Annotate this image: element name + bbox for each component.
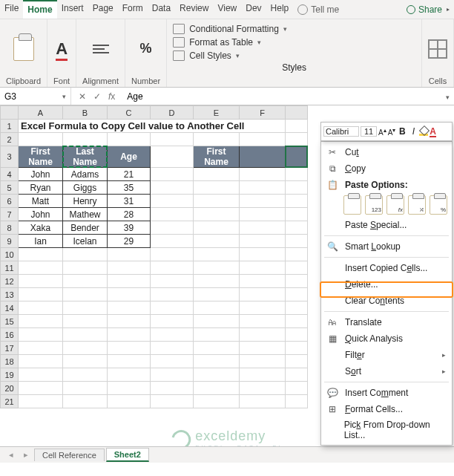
title-cell[interactable]: Excel Formula to Copy Cell value to Anot… (19, 120, 286, 133)
tab-home[interactable]: Home (23, 0, 56, 19)
cell-B5[interactable]: Giggs (63, 181, 108, 195)
tab-data[interactable]: Data (148, 0, 175, 19)
ctx-sort[interactable]: Sort▸ (321, 363, 452, 379)
cell-B9[interactable]: Icelan (63, 235, 108, 248)
cell-A4[interactable]: John (19, 168, 63, 181)
sheet-nav-prev[interactable]: ◂ (4, 450, 18, 460)
ctx-paste-special[interactable]: Paste Special... (321, 217, 452, 233)
tab-formulas[interactable]: Form (118, 0, 148, 19)
row-header-1[interactable]: 1 (1, 120, 19, 133)
col-header-C[interactable]: C (108, 106, 151, 120)
group-cells[interactable]: Cells (422, 19, 454, 87)
col-header-A[interactable]: A (19, 106, 63, 120)
increase-font-icon[interactable]: A▴ (378, 126, 386, 137)
enter-formula-icon[interactable]: ✓ (93, 91, 101, 102)
ctx-filter[interactable]: Filter▸ (321, 347, 452, 363)
paste-transpose-option[interactable]: ⤭ (408, 195, 426, 215)
cell-A5[interactable]: Ryan (19, 181, 63, 195)
group-alignment[interactable]: Alignment (76, 19, 125, 87)
paste-formulas-option[interactable]: fx (386, 195, 404, 215)
format-as-table-button[interactable]: Format as Table▾ (173, 36, 415, 49)
ctx-pick-from-list[interactable]: Pick From Drop-down List... (321, 417, 452, 443)
cell-A6[interactable]: Matt (19, 195, 63, 208)
cell-B7[interactable]: Mathew (63, 208, 108, 221)
row-header-2[interactable]: 2 (1, 133, 19, 146)
share-button[interactable]: Share ▸ (402, 0, 454, 19)
cell-A8[interactable]: Xaka (19, 221, 63, 235)
formula-input[interactable] (127, 91, 450, 102)
row-header-6[interactable]: 6 (1, 195, 19, 208)
decrease-font-icon[interactable]: A▾ (388, 126, 396, 137)
ctx-cut[interactable]: ✂Cut (321, 144, 452, 160)
ctx-insert-comment[interactable]: 💬Insert Comment (321, 385, 452, 401)
row-header-16[interactable]: 16 (1, 328, 19, 342)
col-header-G[interactable] (286, 106, 308, 120)
row-header-18[interactable]: 18 (1, 355, 19, 368)
tab-developer[interactable]: Dev (241, 0, 266, 19)
group-number[interactable]: % Number (125, 19, 167, 87)
header-last-name[interactable]: Last Name (63, 146, 108, 168)
tab-help[interactable]: Help (266, 0, 294, 19)
row-header-11[interactable]: 11 (1, 261, 19, 275)
tell-me[interactable]: Tell me (293, 0, 343, 19)
name-box[interactable]: ▾ (0, 88, 71, 105)
group-font[interactable]: A Font (47, 19, 76, 87)
cell-B8[interactable]: Bender (63, 221, 108, 235)
tab-page[interactable]: Page (88, 0, 118, 19)
ctx-clear-contents[interactable]: Clear Contents (321, 293, 452, 309)
ctx-delete[interactable]: Delete... (321, 276, 452, 293)
header-first-name[interactable]: First Name (19, 146, 63, 168)
cell-B6[interactable]: Henry (63, 195, 108, 208)
col-header-F[interactable]: F (240, 106, 286, 120)
cell-C5[interactable]: 35 (108, 181, 151, 195)
cell-A7[interactable]: John (19, 208, 63, 221)
row-header-7[interactable]: 7 (1, 208, 19, 221)
tab-file[interactable]: File (0, 0, 23, 19)
col-header-B[interactable]: B (63, 106, 108, 120)
ctx-insert-copied-cells[interactable]: Insert Copied Cells... (321, 260, 452, 276)
row-header-21[interactable]: 21 (1, 395, 19, 408)
paste-formatting-option[interactable]: % (430, 195, 447, 215)
selected-cell-G3[interactable] (286, 146, 308, 168)
cell-C6[interactable]: 31 (108, 195, 151, 208)
row-header-20[interactable]: 20 (1, 382, 19, 395)
paste-all-option[interactable] (343, 195, 361, 215)
select-all-corner[interactable] (1, 106, 19, 120)
cell-C8[interactable]: 39 (108, 221, 151, 235)
row-header-10[interactable]: 10 (1, 248, 19, 261)
col-header-E[interactable]: E (194, 106, 240, 120)
header2-first-name[interactable]: First Name (194, 146, 240, 168)
header-age[interactable]: Age (108, 146, 151, 168)
row-header-13[interactable]: 13 (1, 288, 19, 301)
cell-C4[interactable]: 21 (108, 168, 151, 181)
col-header-D[interactable]: D (151, 106, 194, 120)
cell-B4[interactable]: Adams (63, 168, 108, 181)
ctx-translate[interactable]: 🗛Translate (321, 314, 452, 330)
row-header-4[interactable]: 4 (1, 168, 19, 181)
row-header-9[interactable]: 9 (1, 235, 19, 248)
name-box-input[interactable] (4, 91, 62, 102)
row-header-3[interactable]: 3 (1, 146, 19, 168)
mini-font-size[interactable]: 11 (361, 126, 377, 137)
row-header-19[interactable]: 19 (1, 368, 19, 382)
ctx-format-cells[interactable]: ⊞Format Cells... (321, 401, 452, 417)
font-color-icon[interactable]: A (430, 126, 436, 137)
paste-values-option[interactable]: 123 (365, 195, 383, 215)
row-header-8[interactable]: 8 (1, 221, 19, 235)
cell-C9[interactable]: 29 (108, 235, 151, 248)
row-header-14[interactable]: 14 (1, 301, 19, 315)
formula-expand-icon[interactable]: ▾ (446, 94, 450, 101)
fx-icon[interactable]: fx (108, 91, 115, 102)
mini-font-family[interactable]: Calibri (323, 126, 359, 137)
italic-button[interactable]: I (409, 126, 418, 137)
row-header-12[interactable]: 12 (1, 275, 19, 288)
cell-C7[interactable]: 28 (108, 208, 151, 221)
sheet-nav-next[interactable]: ▸ (19, 450, 33, 460)
tab-view[interactable]: View (213, 0, 241, 19)
sheet-tab-sheet2[interactable]: Sheet2 (106, 448, 149, 462)
bold-button[interactable]: B (397, 126, 407, 137)
sheet-tab-cell-reference[interactable]: Cell Reference (34, 449, 105, 461)
tab-review[interactable]: Review (175, 0, 213, 19)
cell-styles-button[interactable]: Cell Styles▾ (173, 49, 415, 62)
ctx-smart-lookup[interactable]: 🔍Smart Lookup (321, 238, 452, 255)
